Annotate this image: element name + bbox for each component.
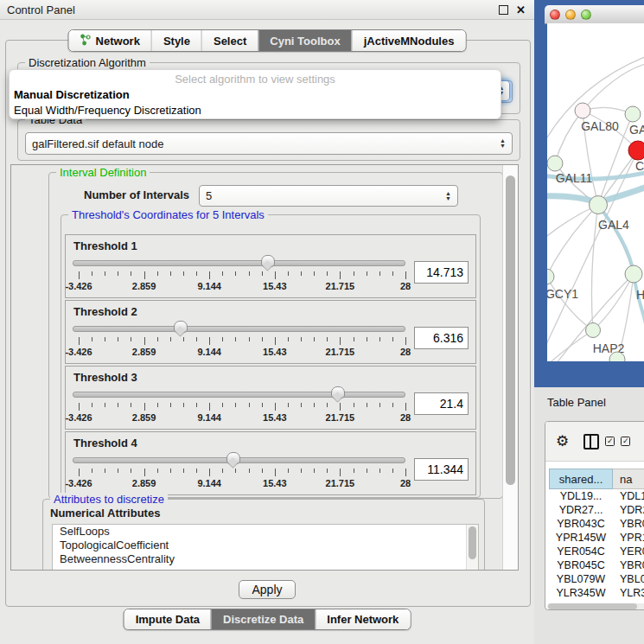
settings-scrollbar[interactable] <box>502 165 518 570</box>
column-header-shared[interactable]: shared... <box>549 469 613 489</box>
column-header-name[interactable]: na <box>613 469 644 489</box>
table-row[interactable]: YBR043CYBR0 <box>549 517 644 531</box>
network-edge[interactable] <box>583 62 644 111</box>
tick-label: -3.426 <box>48 412 109 423</box>
tick-mark <box>222 403 223 407</box>
threshold-label: Threshold 3 <box>73 371 475 384</box>
tab-jactivemnodules[interactable]: jActiveMNodules <box>352 30 466 51</box>
network-window-titlebar[interactable] <box>545 5 644 24</box>
split-pane-icon[interactable] <box>583 434 599 450</box>
network-node-c[interactable] <box>628 141 644 160</box>
threshold-slider[interactable]: -3.4262.8599.14415.4321.71528 <box>73 254 405 294</box>
table-row[interactable]: YER054CYER0 <box>549 545 644 558</box>
dropdown-placeholder-item[interactable]: Select algorithm to view settings <box>10 72 501 87</box>
tick-label: 2.859 <box>114 412 175 423</box>
threshold-slider[interactable]: -3.4262.8599.14415.4321.71528 <box>73 320 405 360</box>
dropdown-option-manual[interactable]: Manual Discretization <box>10 87 501 103</box>
threshold-slider-row: -3.4262.8599.14415.4321.71528 <box>66 252 475 294</box>
slider-thumb[interactable] <box>226 452 240 464</box>
table-row[interactable]: YPR145WYPR1 <box>549 531 644 545</box>
network-node-gcy1[interactable] <box>547 269 554 284</box>
window-minimize-icon[interactable] <box>565 10 576 20</box>
tab-style[interactable]: Style <box>151 30 201 51</box>
tick-mark <box>367 469 367 473</box>
network-edge[interactable] <box>593 274 634 330</box>
attributes-list-scrollbar[interactable] <box>466 525 478 571</box>
network-edge[interactable] <box>598 205 634 274</box>
window-close-icon[interactable] <box>550 10 560 20</box>
tick-label: 2.859 <box>114 347 175 357</box>
table-row[interactable]: YBL079WYBL0 <box>549 572 644 586</box>
tick-mark <box>367 403 367 407</box>
num-intervals-combobox[interactable]: 5 ▲▼ <box>199 185 458 207</box>
gear-icon[interactable]: ⚙ <box>556 434 569 449</box>
checkbox-icon[interactable]: ✓ <box>621 437 630 446</box>
tick-mark <box>288 337 289 341</box>
table-row[interactable]: YDL19...YDL1 <box>549 489 644 503</box>
attribute-list-item[interactable]: SelfLoops <box>53 525 478 539</box>
tab-select[interactable]: Select <box>201 30 258 51</box>
attributes-group-title: Attributes to discretize <box>50 493 168 506</box>
table-data-combobox[interactable]: galFiltered.sif default node ▲▼ <box>25 132 513 155</box>
tick-mark <box>92 271 92 276</box>
tick-label: 9.144 <box>179 412 239 423</box>
slider-track[interactable] <box>73 392 405 398</box>
table-cell-shared-name: YDL19... <box>549 490 613 502</box>
tab-cyni-toolbox[interactable]: Cyni Toolbox <box>258 30 351 51</box>
tick-mark <box>262 403 263 407</box>
slider-thumb[interactable] <box>261 255 275 267</box>
network-node-label: GAL4 <box>598 218 629 232</box>
control-panel-titlebar: Control Panel ✕ <box>0 0 534 20</box>
table-panel-area: Table Panel ⚙ ✓ ✓ shared... na YDL19...Y… <box>534 387 644 644</box>
attributes-list-scrollbar-thumb[interactable] <box>469 526 476 559</box>
network-edge[interactable] <box>547 277 593 330</box>
table-cell-shared-name: YBL079W <box>549 573 613 585</box>
table-hscrollbar[interactable] <box>547 603 644 609</box>
attributes-group: Attributes to discretize Numerical Attri… <box>42 499 485 571</box>
threshold-slider[interactable]: -3.4262.8599.14415.4321.71528 <box>73 386 405 425</box>
table-hscrollbar-thumb[interactable] <box>548 603 637 609</box>
tick-mark <box>392 403 393 407</box>
settings-scrollbar-thumb[interactable] <box>506 175 515 485</box>
slider-thumb[interactable] <box>174 321 188 333</box>
table-row[interactable]: YBR045CYBR0 <box>549 558 644 572</box>
numerical-attributes-list: SelfLoopsTopologicalCoefficientBetweenne… <box>52 524 479 571</box>
network-canvas[interactable]: GAL80GACGAL11GAL4GCY1HHAP2 <box>547 23 644 361</box>
bottom-tab-discretize-data[interactable]: Discretize Data <box>211 609 315 629</box>
apply-button[interactable]: Apply <box>239 580 296 599</box>
interval-definition-title: Interval Definition <box>56 166 150 179</box>
slider-track[interactable] <box>73 326 405 332</box>
network-node-ga[interactable] <box>625 106 641 122</box>
network-node-hap2[interactable] <box>586 323 601 338</box>
tick-mark <box>379 337 380 341</box>
tick-mark <box>288 403 289 407</box>
network-edge[interactable] <box>555 111 583 163</box>
tick-label: 15.43 <box>245 412 305 423</box>
table-cell-name: YDL1 <box>613 490 644 502</box>
window-zoom-icon[interactable] <box>581 10 591 20</box>
slider-track[interactable] <box>73 260 405 266</box>
network-edge[interactable] <box>591 205 598 330</box>
network-node-h[interactable] <box>625 265 642 283</box>
bottom-tab-infer-network[interactable]: Infer Network <box>315 609 410 629</box>
dropdown-option-equal-width[interactable]: Equal Width/Frequency Discretization <box>10 103 501 118</box>
network-edge[interactable] <box>547 205 598 277</box>
tick-label: -3.426 <box>48 478 109 488</box>
table-row[interactable]: YLR345WYLR3 <box>549 586 644 600</box>
attribute-list-item[interactable]: TopologicalCoefficient <box>53 539 478 552</box>
threshold-slider[interactable]: -3.4262.8599.14415.4321.71528 <box>73 451 405 491</box>
network-node-gal80[interactable] <box>575 103 590 118</box>
tick-mark <box>209 469 210 476</box>
bottom-tab-impute-data[interactable]: Impute Data <box>124 609 211 629</box>
settings-scrollpane: Interval Definition Number of Intervals … <box>10 164 519 571</box>
network-node-gal11[interactable] <box>547 156 563 171</box>
float-window-icon[interactable] <box>499 5 508 15</box>
table-row[interactable]: YDR27...YDR2 <box>549 503 644 517</box>
network-node-gal4[interactable] <box>590 196 608 214</box>
close-icon[interactable]: ✕ <box>516 4 526 16</box>
slider-thumb[interactable] <box>331 386 345 399</box>
attribute-list-item[interactable]: BetweennessCentrality <box>53 552 478 566</box>
table-row[interactable]: YIL052CYIL0 <box>549 600 644 602</box>
checkbox-icon[interactable]: ✓ <box>605 437 615 446</box>
tab-network[interactable]: Network <box>69 30 151 51</box>
